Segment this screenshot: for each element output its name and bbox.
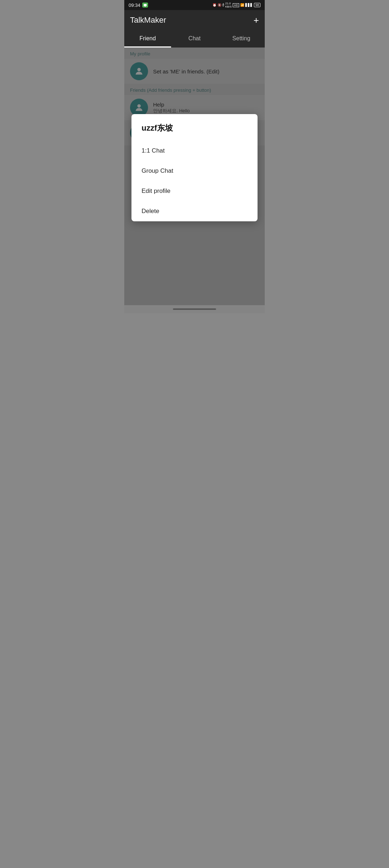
modal-item-one-one-chat[interactable]: 1:1 Chat	[131, 141, 258, 161]
tab-chat[interactable]: Chat	[171, 30, 218, 48]
status-time: 09:34	[129, 3, 140, 8]
status-bar: 09:34 ⏰ 🔇 ₿ 21.0KB/S HD 📶 ▋▋▋ 98	[124, 0, 265, 10]
alarm-icon: ⏰	[213, 3, 216, 7]
page: 09:34 ⏰ 🔇 ₿ 21.0KB/S HD 📶 ▋▋▋ 98 TalkMak…	[124, 0, 265, 313]
svg-rect-0	[144, 4, 147, 6]
modal-title: uzzf东坡	[131, 114, 258, 141]
mute-icon: 🔇	[218, 3, 222, 7]
content-area: My profile Set as 'ME' in friends. (Edit…	[124, 48, 265, 313]
signal-icon: ▋▋▋	[245, 3, 253, 7]
app-bar: TalkMaker +	[124, 10, 265, 30]
hd-icon: HD	[233, 3, 239, 7]
add-button[interactable]: +	[254, 15, 259, 25]
bluetooth-icon: ₿	[223, 3, 224, 7]
app-title: TalkMaker	[130, 15, 166, 25]
speed-label: 21.0KB/S	[225, 2, 232, 8]
wifi-icon: 📶	[240, 3, 244, 7]
tab-setting[interactable]: Setting	[218, 30, 265, 48]
status-icons: ⏰ 🔇 ₿ 21.0KB/S HD 📶 ▋▋▋ 98	[213, 2, 260, 8]
tabs: Friend Chat Setting	[124, 30, 265, 48]
svg-marker-1	[144, 6, 146, 7]
context-menu-modal: uzzf东坡 1:1 Chat Group Chat Edit profile …	[131, 114, 258, 221]
battery-icon: 98	[254, 3, 260, 7]
tab-friend[interactable]: Friend	[124, 30, 171, 48]
modal-item-edit-profile[interactable]: Edit profile	[131, 181, 258, 201]
modal-item-group-chat[interactable]: Group Chat	[131, 161, 258, 181]
modal-item-delete[interactable]: Delete	[131, 201, 258, 221]
message-status-icon	[142, 3, 148, 8]
